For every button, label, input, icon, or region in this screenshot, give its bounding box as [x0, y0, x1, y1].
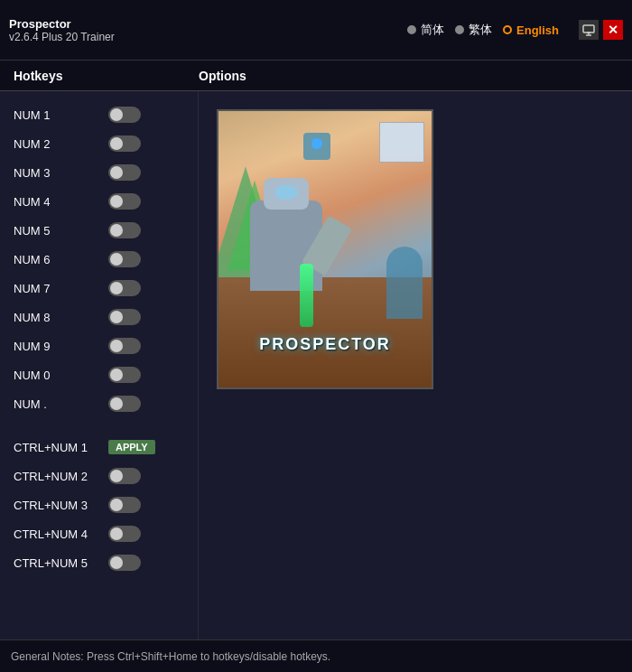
hotkey-row-ctrlnum1: CTRL+NUM 1 APPLY: [0, 433, 198, 462]
hotkey-label-ctrlnum3: CTRL+NUM 3: [14, 499, 95, 512]
toggle-num4[interactable]: [108, 193, 141, 210]
hotkey-row-ctrlnum5: CTRL+NUM 5: [0, 548, 198, 577]
hotkey-row-numdot: NUM .: [0, 389, 198, 418]
hotkey-label-num2: NUM 2: [14, 137, 95, 151]
column-headers: Hotkeys Options: [0, 61, 632, 91]
hotkey-label-num9: NUM 9: [14, 340, 95, 353]
hotkey-label-num4: NUM 4: [14, 195, 95, 209]
hotkey-row-num1: NUM 1: [0, 100, 198, 129]
character-head: [264, 178, 309, 210]
hotkey-label-ctrlnum4: CTRL+NUM 4: [14, 527, 95, 541]
hotkeys-panel: NUM 1 NUM 2 NUM 3 NUM 4 NUM 5 NUM 6 NUM …: [0, 91, 199, 639]
hotkey-row-num9: NUM 9: [0, 331, 198, 360]
hotkey-label-num5: NUM 5: [14, 224, 95, 238]
hotkey-row-ctrlnum2: CTRL+NUM 2: [0, 462, 198, 490]
lang-english-label: English: [516, 23, 559, 37]
hotkey-row-ctrlnum3: CTRL+NUM 3: [0, 490, 198, 519]
hotkey-row-num5: NUM 5: [0, 216, 198, 245]
glowing-tool: [300, 264, 313, 327]
toggle-ctrlnum4[interactable]: [108, 526, 141, 542]
toggle-numdot[interactable]: [108, 396, 141, 412]
lang-traditional[interactable]: 繁体: [455, 22, 492, 38]
footer-notes: General Notes: Press Ctrl+Shift+Home to …: [11, 650, 330, 663]
hotkey-row-num6: NUM 6: [0, 245, 198, 274]
hotkey-label-num7: NUM 7: [14, 282, 95, 295]
lang-english[interactable]: English: [503, 23, 559, 37]
app-title: Prospector: [9, 17, 115, 31]
toggle-ctrlnum2[interactable]: [108, 468, 141, 484]
radio-english: [503, 25, 512, 34]
character-visor: [274, 185, 298, 200]
minimize-button[interactable]: [579, 20, 599, 40]
hotkey-label-ctrlnum1: CTRL+NUM 1: [14, 441, 95, 454]
radio-simplified: [407, 25, 416, 34]
footer-bar: General Notes: Press Ctrl+Shift+Home to …: [0, 639, 632, 672]
close-button[interactable]: ✕: [603, 20, 623, 40]
game-title: PROSPECTOR: [218, 335, 432, 354]
apply-button[interactable]: APPLY: [108, 440, 155, 454]
toggle-num8[interactable]: [108, 309, 141, 325]
hotkey-row-num8: NUM 8: [0, 303, 198, 331]
hotkeys-header: Hotkeys: [0, 69, 199, 83]
hotkey-row-num2: NUM 2: [0, 129, 198, 158]
hotkey-label-num8: NUM 8: [14, 311, 95, 324]
hotkey-row-ctrlnum4: CTRL+NUM 4: [0, 519, 198, 548]
radio-traditional: [455, 25, 464, 34]
floating-robot-eye: [311, 138, 322, 149]
toggle-num2[interactable]: [108, 135, 141, 152]
toggle-num3[interactable]: [108, 164, 141, 181]
spacer: [0, 418, 198, 433]
hotkey-label-num1: NUM 1: [14, 108, 95, 122]
options-header: Options: [199, 69, 246, 83]
toggle-num5[interactable]: [108, 222, 141, 238]
svg-rect-0: [583, 25, 594, 33]
toggle-num6[interactable]: [108, 251, 141, 267]
toggle-num9[interactable]: [108, 338, 141, 354]
lang-traditional-label: 繁体: [469, 22, 492, 38]
toggle-ctrlnum5[interactable]: [108, 555, 141, 571]
toggle-num7[interactable]: [108, 280, 141, 296]
hotkey-row-num3: NUM 3: [0, 158, 198, 187]
options-panel: PROSPECTOR: [199, 91, 632, 639]
hotkey-row-num0: NUM 0: [0, 360, 198, 389]
hotkey-label-numdot: NUM .: [14, 397, 95, 411]
title-bar: Prospector v2.6.4 Plus 20 Trainer 简体 繁体 …: [0, 0, 632, 61]
monitor-icon: [582, 23, 595, 36]
language-controls: 简体 繁体 English ✕: [407, 20, 623, 40]
lang-simplified[interactable]: 简体: [407, 22, 444, 38]
hotkey-label-ctrlnum5: CTRL+NUM 5: [14, 556, 95, 570]
lang-simplified-label: 简体: [421, 22, 444, 38]
hotkey-label-num3: NUM 3: [14, 166, 95, 180]
hotkey-label-num0: NUM 0: [14, 369, 95, 382]
title-info: Prospector v2.6.4 Plus 20 Trainer: [9, 17, 115, 43]
main-content: NUM 1 NUM 2 NUM 3 NUM 4 NUM 5 NUM 6 NUM …: [0, 91, 632, 639]
hotkey-label-num6: NUM 6: [14, 253, 95, 266]
right-structure: [386, 247, 423, 319]
window-controls: ✕: [579, 20, 623, 40]
toggle-num1[interactable]: [108, 107, 141, 123]
toggle-num0[interactable]: [108, 367, 141, 383]
hotkey-label-ctrlnum2: CTRL+NUM 2: [14, 470, 95, 483]
hotkey-row-num4: NUM 4: [0, 187, 198, 216]
game-cover-image: PROSPECTOR: [217, 109, 433, 389]
app-version: v2.6.4 Plus 20 Trainer: [9, 31, 115, 43]
hotkey-row-num7: NUM 7: [0, 274, 198, 303]
toggle-ctrlnum3[interactable]: [108, 497, 141, 513]
